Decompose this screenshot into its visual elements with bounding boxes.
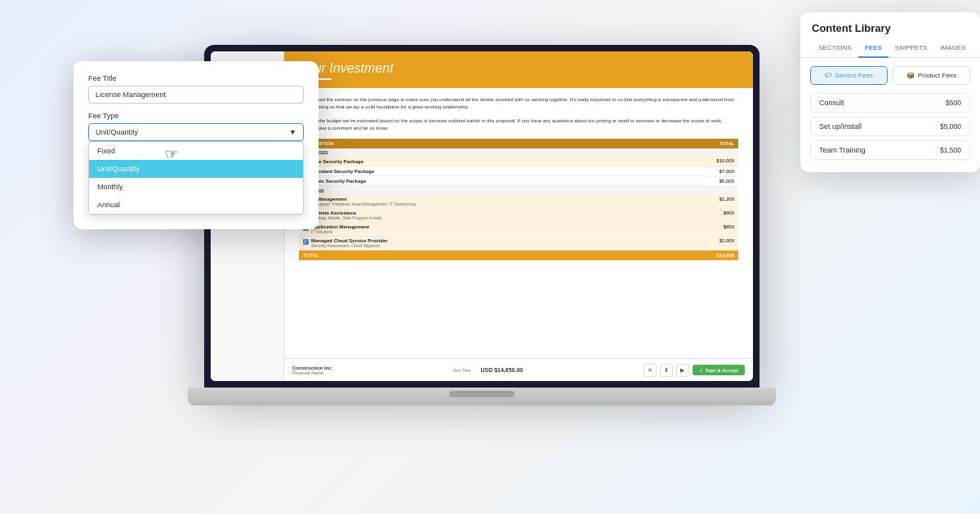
fee-item-setup[interactable]: Set up/Install $5,000	[810, 117, 970, 136]
check-icon: ✓	[699, 367, 703, 373]
sign-accept-label: Sign & Accept	[706, 368, 738, 373]
cloud-sublabel: Security Assessment, Cloud Migration	[311, 243, 388, 248]
table-row: Application Management IT Solutions $850	[299, 223, 738, 237]
investment-header: Your Investment	[284, 51, 753, 88]
col-description: DESCRIPTION	[299, 139, 706, 148]
itmanagement-sublabel: IT Support: Helpdesk, Asset Management, …	[311, 202, 416, 206]
content-library-tabs: SECTIONS FEES SNIPPETS IMAGES	[800, 34, 980, 58]
send-btn[interactable]: ▶	[676, 364, 689, 377]
fee-type-label: Fee Type	[88, 112, 304, 120]
app-label: Application Management	[311, 224, 369, 229]
itmanagement-price: $1,200	[706, 195, 738, 209]
footer-proposal: Proposal Name	[292, 370, 332, 375]
download-btn[interactable]: ⬇	[660, 364, 673, 377]
content-library-title: Content Library	[800, 12, 980, 34]
fee-type-field: Fee Type Unit/Quantity ▼ Fixed Unit/Quan…	[88, 112, 304, 141]
package-basic-cell: Basic Security Package	[299, 176, 706, 186]
service-fees-label: Service Fees	[835, 72, 873, 79]
cloud-label: Managed Cloud Service Provider	[311, 238, 388, 243]
fee-training-name: Team Training	[819, 146, 866, 154]
footer-amount: USD $14,650.00	[480, 367, 523, 373]
investment-title: Your Investment	[299, 61, 738, 76]
tab-images[interactable]: IMAGES	[933, 41, 972, 58]
elite-label: Elite Security Package	[311, 159, 363, 164]
tab-sections[interactable]: SECTIONS	[812, 41, 858, 58]
fee-title-field: Fee Title	[88, 74, 304, 104]
proposal-main-content: Your Investment Please read the contract…	[284, 51, 753, 381]
service-fees-icon: 🏷	[825, 72, 831, 79]
dropdown-item-annual[interactable]: Annual	[89, 196, 303, 214]
fee-type-buttons: 🏷 Service Fees 📦 Product Fees	[810, 66, 970, 85]
table-row: Managed Cloud Service Provider Security …	[299, 237, 738, 250]
basic-price: $5,000	[706, 176, 738, 186]
fee-table: DESCRIPTION TOTAL PACKAGES	[299, 139, 738, 260]
fee-title-input[interactable]	[88, 86, 304, 104]
table-row: IT Management IT Support: Helpdesk, Asse…	[299, 195, 738, 209]
fee-type-dropdown: Fixed Unit/Quantity Monthly Annual	[88, 141, 304, 215]
cursor-hand-icon: ☞	[165, 146, 178, 162]
addon-itmanagement-cell: IT Management IT Support: Helpdesk, Asse…	[299, 195, 706, 209]
standard-label: Standard Security Package	[311, 169, 374, 174]
elite-price: $10,000	[706, 157, 738, 166]
fee-item-consult[interactable]: Consult $500	[810, 93, 970, 113]
dropdown-item-monthly[interactable]: Monthly	[89, 178, 303, 196]
section-addons: ADD-ONS	[299, 186, 738, 195]
tab-snippets[interactable]: SNIPPETS	[889, 41, 934, 58]
cursor: ☞	[165, 147, 183, 165]
product-fees-btn[interactable]: 📦 Product Fees	[893, 66, 970, 85]
table-row: Remote Assistance Desktop, Mobile, Safe …	[299, 209, 738, 223]
laptop-wrapper: Fee Title Fee Type Unit/Quantity ▼ Fixed…	[204, 45, 776, 405]
proposal-footer: Construction Inc. Proposal Name One Time…	[284, 358, 753, 381]
tab-fees[interactable]: FEES	[858, 41, 889, 58]
cloud-checkbox[interactable]	[303, 239, 309, 245]
close-footer-btn[interactable]: ✕	[644, 364, 657, 377]
addon-cloud-cell: Managed Cloud Service Provider Security …	[299, 237, 706, 250]
table-row: Elite Security Package $10,000	[299, 157, 738, 166]
cloud-price: $2,000	[706, 237, 738, 250]
footer-actions: ✕ ⬇ ▶ ✓ Sign & Accept	[644, 364, 745, 377]
content-library-body: 🏷 Service Fees 📦 Product Fees Consult $5…	[800, 58, 980, 172]
footer-company: Construction Inc.	[292, 366, 332, 370]
section-packages: PACKAGES	[299, 148, 738, 157]
app-price: $850	[706, 223, 738, 237]
fee-type-select[interactable]: Unit/Quantity ▼	[88, 123, 304, 141]
content-library: Content Library SECTIONS FEES SNIPPETS I…	[800, 12, 980, 172]
fee-type-value: Unit/Quantity	[96, 128, 138, 136]
proposal-description-1: Please read the contract on the previous…	[299, 96, 738, 111]
product-fees-icon: 📦	[906, 72, 915, 79]
service-fees-btn[interactable]: 🏷 Service Fees	[810, 66, 888, 85]
fee-setup-name: Set up/Install	[819, 122, 862, 131]
remote-price: $600	[706, 209, 738, 223]
fee-title-label: Fee Title	[88, 74, 304, 82]
footer-company-info: Construction Inc. Proposal Name	[292, 366, 332, 375]
product-fees-label: Product Fees	[918, 72, 957, 79]
standard-price: $7,000	[706, 166, 738, 176]
proposal-body: Please read the contract on the previous…	[284, 88, 753, 268]
fee-item-training[interactable]: Team Training $1,500	[810, 140, 970, 160]
addon-app-cell: Application Management IT Solutions	[299, 223, 706, 237]
fee-consult-price: $500	[946, 99, 961, 107]
table-row: Basic Security Package $5,000	[299, 176, 738, 186]
total-row: TOTAL $14,650	[299, 250, 738, 261]
footer-center: One Time USD $14,650.00	[453, 367, 523, 373]
dropdown-item-unitquantity[interactable]: Unit/Quantity	[89, 160, 303, 178]
basic-label: Basic Security Package	[311, 179, 366, 184]
fee-type-wrapper: Unit/Quantity ▼ Fixed Unit/Quantity Mont…	[88, 123, 304, 141]
remote-sublabel: Desktop, Mobile, Safe Program Installs	[311, 215, 381, 220]
app-sublabel: IT Solutions	[311, 229, 369, 234]
proposal-description-2: Below is the budget we've estimated base…	[299, 117, 738, 132]
laptop-base	[188, 388, 776, 405]
fee-training-price: $1,500	[940, 146, 961, 154]
chevron-down-icon: ▼	[289, 128, 296, 136]
total-label: TOTAL	[299, 250, 706, 261]
table-row: Standard Security Package $7,000	[299, 166, 738, 176]
sign-accept-btn[interactable]: ✓ Sign & Accept	[693, 365, 745, 375]
fee-consult-name: Consult	[819, 99, 844, 107]
dropdown-item-fixed[interactable]: Fixed	[89, 142, 303, 160]
investment-title-bold: Investment	[329, 61, 393, 75]
col-total: TOTAL	[706, 139, 738, 148]
footer-amount-label: One Time	[453, 368, 471, 373]
fee-modal: Fee Title Fee Type Unit/Quantity ▼ Fixed…	[74, 61, 318, 229]
package-standard-cell: Standard Security Package	[299, 166, 706, 176]
fee-setup-price: $5,000	[940, 122, 961, 131]
